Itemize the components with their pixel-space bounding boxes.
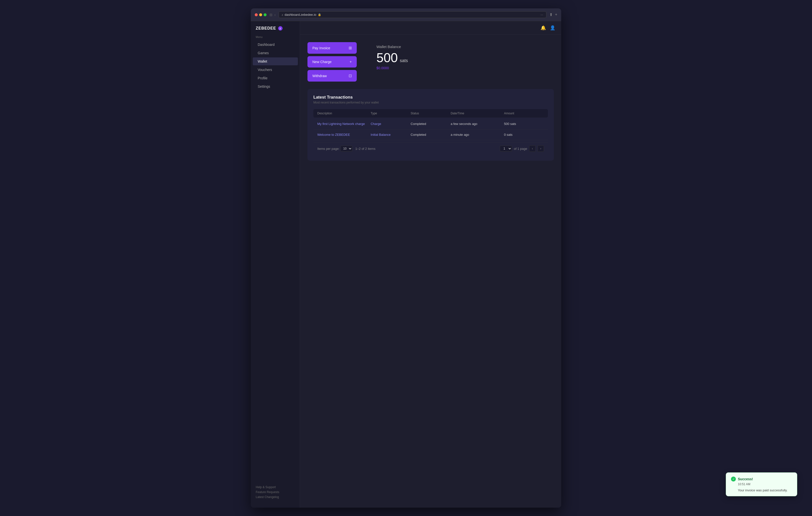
wallet-section: Wallet Balance 500 sats $0.0000: [376, 42, 408, 70]
col-amount: Amount: [504, 112, 544, 115]
wallet-balance-label: Wallet Balance: [376, 45, 408, 49]
cell-amount-1: 500 sats: [504, 122, 544, 126]
feature-requests-link[interactable]: Feature Requests: [256, 490, 295, 494]
toast-header: ✓ Success!: [731, 477, 792, 482]
toast-title: Success!: [738, 477, 753, 481]
sidebar-footer: Help & Support Feature Requests Latest C…: [251, 482, 300, 503]
withdraw-button[interactable]: Withdraw ⊡: [308, 70, 357, 82]
table-header: Description Type Status Date/Time Amount: [313, 109, 548, 118]
maximize-button[interactable]: [264, 13, 266, 16]
pay-invoice-label: Pay Invoice: [312, 46, 330, 50]
cell-amount-2: 0 sats: [504, 133, 544, 137]
transactions-title: Latest Transactions: [313, 95, 548, 100]
wallet-amount: 500 sats: [376, 50, 408, 65]
pay-invoice-button[interactable]: Pay Invoice ⊞: [308, 42, 357, 54]
notifications-icon[interactable]: 🔔: [541, 25, 546, 31]
sidebar-item-vouchers[interactable]: Vouchers: [253, 66, 298, 74]
next-page-button[interactable]: ›: [538, 145, 544, 152]
sidebar-item-dashboard[interactable]: Dashboard: [253, 41, 298, 49]
sidebar: ZEBEDEE z Menu Dashboard Games Wallet Vo…: [251, 21, 300, 508]
success-toast: ✓ Success! 10:51 AM Your invoice was pai…: [726, 472, 797, 496]
toast-message: Your invoice was paid successfully.: [738, 488, 792, 492]
help-support-link[interactable]: Help & Support: [256, 485, 295, 489]
action-buttons: Pay Invoice ⊞ New Charge + Withdraw ⊡: [308, 42, 357, 82]
browser-chrome: ⊟ ‹ z dashboard.zebedee.io 🔒 ··· ⬆ +: [251, 8, 561, 21]
new-tab-icon[interactable]: +: [555, 12, 557, 17]
plus-icon: +: [350, 60, 352, 64]
user-profile-icon[interactable]: 👤: [550, 25, 555, 31]
col-type: Type: [371, 112, 410, 115]
per-page-select: Items per page: 10 25 50: [317, 146, 352, 151]
share-icon[interactable]: ⬆: [549, 12, 553, 17]
back-button[interactable]: ‹: [274, 13, 276, 17]
dashboard-content: Pay Invoice ⊞ New Charge + Withdraw ⊡: [300, 35, 561, 508]
close-button[interactable]: [255, 13, 258, 16]
page-number-dropdown[interactable]: 1: [500, 146, 512, 151]
cell-type-1: Charge: [371, 122, 410, 126]
prev-page-button[interactable]: ‹: [529, 145, 535, 152]
cell-datetime-1: a few seconds ago: [451, 122, 504, 126]
transactions-section: Latest Transactions Most recent transact…: [308, 89, 554, 161]
traffic-lights: [255, 13, 266, 16]
table-row: Welcome to ZEBEDEE Initial Balance Compl…: [313, 130, 548, 140]
cell-description-2[interactable]: Welcome to ZEBEDEE: [317, 133, 371, 137]
transactions-subtitle: Most recent transactions performed by yo…: [313, 101, 548, 104]
per-page-dropdown[interactable]: 10 25 50: [341, 146, 352, 151]
cell-datetime-2: a minute ago: [451, 133, 504, 137]
pagination-range: 1–2 of 2 items: [355, 147, 375, 150]
sidebar-item-wallet[interactable]: Wallet: [253, 57, 298, 65]
sidebar-item-games[interactable]: Games: [253, 49, 298, 57]
browser-controls: ⊟ ‹: [269, 13, 276, 17]
address-bar[interactable]: z dashboard.zebedee.io 🔒 ···: [279, 11, 546, 18]
col-datetime: Date/Time: [451, 112, 504, 115]
new-charge-label: New Charge: [312, 60, 331, 64]
withdraw-label: Withdraw: [312, 74, 327, 78]
top-bar: 🔔 👤: [300, 21, 561, 35]
logo-badge: z: [278, 26, 283, 31]
toast-time: 10:51 AM: [738, 483, 792, 486]
items-per-page-label: Items per page:: [317, 147, 340, 150]
col-description: Description: [317, 112, 371, 115]
cell-description-1[interactable]: My first Lightning Network charge: [317, 122, 371, 126]
tab-icon: z: [282, 13, 283, 16]
menu-section-label: Menu: [251, 35, 300, 40]
browser-actions: ⬆ +: [549, 12, 557, 17]
lock-icon: 🔒: [318, 13, 321, 16]
table-row: My first Lightning Network charge Charge…: [313, 118, 548, 130]
sidebar-nav: Dashboard Games Wallet Vouchers Profile …: [251, 40, 300, 482]
cell-status-2: Completed: [411, 133, 451, 137]
logo-text: ZEBEDEE: [256, 26, 276, 31]
pagination-controls: 1 of 1 page ‹ ›: [500, 145, 544, 152]
wallet-number: 500: [376, 50, 398, 65]
app-layout: ZEBEDEE z Menu Dashboard Games Wallet Vo…: [251, 21, 561, 508]
cell-status-1: Completed: [411, 122, 451, 126]
transactions-table: Description Type Status Date/Time Amount…: [313, 109, 548, 155]
pagination-bar: Items per page: 10 25 50 1–2 of 2 items: [313, 142, 548, 155]
of-page-label: of 1 page: [514, 147, 527, 150]
more-options-icon[interactable]: ···: [541, 13, 543, 17]
sidebar-toggle-icon[interactable]: ⊟: [269, 13, 272, 17]
withdraw-icon: ⊡: [349, 74, 352, 78]
sidebar-item-settings[interactable]: Settings: [253, 83, 298, 90]
latest-changelog-link[interactable]: Latest Changelog: [256, 495, 295, 499]
success-check-icon: ✓: [731, 477, 736, 482]
col-status: Status: [411, 112, 451, 115]
main-area: 🔔 👤 Pay Invoice ⊞ New Charge +: [300, 21, 561, 508]
url-text: dashboard.zebedee.io: [285, 13, 316, 17]
minimize-button[interactable]: [259, 13, 262, 16]
wallet-unit: sats: [400, 58, 408, 63]
wallet-usd: $0.0000: [376, 66, 408, 70]
logo-area: ZEBEDEE z: [251, 26, 300, 35]
new-charge-button[interactable]: New Charge +: [308, 56, 357, 67]
qr-icon: ⊞: [349, 46, 352, 50]
sidebar-item-profile[interactable]: Profile: [253, 74, 298, 82]
cell-type-2: Initial Balance: [371, 133, 410, 137]
